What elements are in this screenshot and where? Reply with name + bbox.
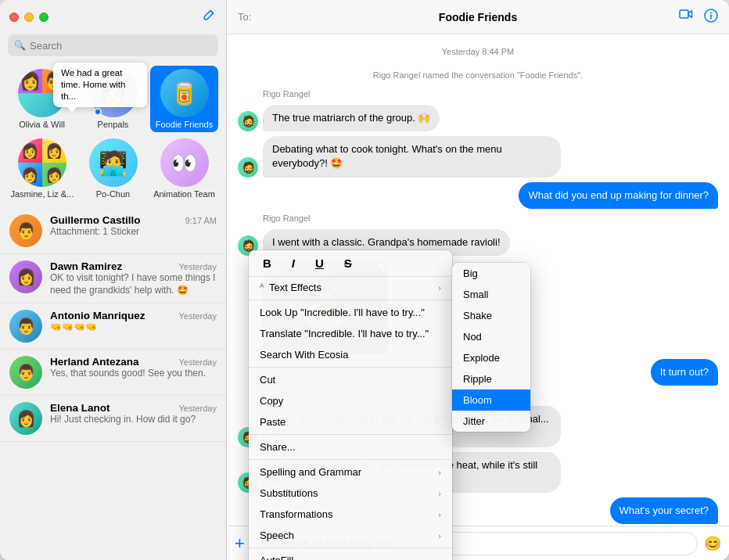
convo-antonio[interactable]: 👨 Antonio Manriquez Yesterday 🤜🤜🤜🤜	[0, 303, 226, 350]
jasmine-liz-avatar: 👩 👩 👩 👩	[18, 138, 66, 187]
msg-row-received-2: 🧔 Debating what to cook tonight. What's …	[238, 136, 718, 177]
ctx-cut[interactable]: Cut	[249, 369, 452, 390]
submenu-shake[interactable]: Shake	[452, 305, 530, 326]
svg-rect-0	[680, 10, 688, 18]
po-chun-label: Po-Chun	[96, 189, 130, 199]
convo-dawn-info: Dawn Ramirez Yesterday OK to visit tonig…	[50, 260, 217, 296]
chat-title: Foodie Friends	[439, 11, 517, 23]
ctx-paste[interactable]: Paste	[249, 411, 452, 433]
italic-format-button[interactable]: I	[287, 255, 300, 271]
msg-row-sent-1: What did you end up making for dinner?	[238, 182, 718, 209]
ctx-lookup[interactable]: Look Up "Incredible. I'll have to try...…	[249, 302, 452, 323]
ctx-translate-label: Translate "Incredible. I'll have to try.…	[260, 328, 429, 339]
animation-team-label: Animation Team	[153, 189, 215, 199]
group-foodie-friends[interactable]: 🥫 Foodie Friends	[150, 66, 218, 132]
context-menu-formatting: B I U S	[249, 250, 452, 277]
ctx-sep-1	[249, 300, 452, 300]
search-bar[interactable]: 🔍	[8, 34, 218, 56]
group-animation-team[interactable]: 👀 Animation Team	[150, 135, 218, 202]
sender-rigo-1: Rigo Rangel	[263, 89, 718, 99]
emoji-button[interactable]: 😊	[704, 535, 721, 552]
convo-elena-info: Elena Lanot Yesterday Hi! Just checking …	[50, 402, 217, 426]
msg-row-received-1: 🧔 The true matriarch of the group. 🙌	[238, 105, 718, 131]
convo-elena[interactable]: 👩 Elena Lanot Yesterday Hi! Just checkin…	[0, 396, 226, 442]
ctx-sep-3	[249, 434, 452, 435]
animation-team-avatar: 👀	[160, 138, 209, 187]
ctx-copy[interactable]: Copy	[249, 390, 452, 411]
compose-icon[interactable]	[203, 9, 215, 26]
group-jasmine-liz[interactable]: 👩 👩 👩 👩 Jasmine, Liz &...	[8, 135, 76, 202]
msg-bubble-received-2: Debating what to cook tonight. What's on…	[263, 136, 561, 177]
submenu-ripple[interactable]: Ripple	[452, 368, 530, 389]
text-effects-submenu: Big Small Shake Nod Explode Ripple Bloom…	[452, 263, 530, 432]
convo-herland-info: Herland Antezana Yesterday Yes, that sou…	[50, 356, 217, 380]
ctx-autofill-label: AutoFill	[260, 555, 293, 560]
ctx-transformations-label: Transformations	[260, 508, 332, 520]
convo-guillermo-info: Guillermo Castillo 9:17 AM Attachment: 1…	[50, 214, 217, 239]
group-po-chun[interactable]: 🧑‍💻 Po-Chun	[79, 135, 147, 202]
olivia-will-label: Olivia & Will	[19, 120, 65, 129]
sender-rigo-3: Rigo Rangel	[263, 214, 718, 223]
penpals-label: Penpals	[98, 120, 129, 129]
close-button[interactable]	[9, 13, 19, 22]
system-message-time: Yesterday 8:44 PM	[238, 47, 718, 56]
maximize-button[interactable]	[39, 13, 48, 22]
strikethrough-format-button[interactable]: S	[339, 255, 357, 271]
ctx-autofill-arrow: ›	[438, 556, 441, 561]
conversation-list[interactable]: 👨 Guillermo Castillo 9:17 AM Attachment:…	[0, 208, 226, 560]
ctx-translate[interactable]: Translate "Incredible. I'll have to try.…	[249, 323, 452, 344]
video-call-icon[interactable]	[679, 9, 693, 25]
chat-header: To: Foodie Friends	[227, 0, 729, 34]
ctx-text-effects-label: Text Effects	[269, 282, 321, 293]
submenu-jitter[interactable]: Jitter	[452, 411, 530, 432]
search-icon: 🔍	[14, 40, 26, 51]
ctx-text-effects-arrow: ›	[438, 283, 441, 293]
ctx-text-effects[interactable]: ᴬ Text Effects ›	[249, 277, 452, 298]
bold-format-button[interactable]: B	[258, 255, 276, 271]
ctx-substitutions-arrow: ›	[438, 489, 441, 498]
ctx-share[interactable]: Share...	[249, 436, 452, 458]
foodie-friends-avatar: 🥫	[160, 69, 209, 117]
rigo-avatar-sm: 🧔	[238, 111, 258, 131]
info-icon[interactable]	[704, 9, 718, 25]
ctx-speech-label: Speech	[260, 529, 294, 541]
convo-antonio-info: Antonio Manriquez Yesterday 🤜🤜🤜🤜	[50, 310, 217, 334]
text-effects-icon: ᴬ	[260, 282, 264, 293]
submenu-explode[interactable]: Explode	[452, 347, 530, 368]
convo-guillermo[interactable]: 👨 Guillermo Castillo 9:17 AM Attachment:…	[0, 208, 226, 254]
ctx-search-ecosia-label: Search With Ecosia	[260, 349, 348, 361]
search-input[interactable]	[30, 40, 212, 52]
msg-bubble-sent-3: What's your secret?	[610, 497, 718, 524]
submenu-bloom[interactable]: Bloom	[452, 389, 530, 411]
submenu-nod[interactable]: Nod	[452, 326, 530, 347]
ctx-speech-arrow: ›	[438, 531, 441, 540]
convo-dawn[interactable]: 👩 Dawn Ramirez Yesterday OK to visit ton…	[0, 254, 226, 303]
chat-to-label: To:	[238, 11, 251, 23]
app-window: 🔍 👩 👨 Olivia & Will 🧑	[0, 0, 729, 560]
ctx-spelling-label: Spelling and Grammar	[260, 466, 361, 478]
convo-herland[interactable]: 👨 Herland Antezana Yesterday Yes, that s…	[0, 350, 226, 396]
ctx-paste-label: Paste	[260, 416, 285, 428]
ctx-search-ecosia[interactable]: Search With Ecosia	[249, 344, 452, 365]
ctx-share-label: Share...	[260, 441, 296, 453]
ctx-speech[interactable]: Speech ›	[249, 525, 452, 546]
minimize-button[interactable]	[24, 13, 34, 22]
ctx-spelling-arrow: ›	[438, 468, 441, 477]
rigo-avatar-sm-2: 🧔	[238, 157, 258, 178]
msg-bubble-sent-2: It turn out?	[651, 359, 718, 386]
svg-point-2	[710, 13, 712, 14]
ctx-substitutions[interactable]: Substitutions ›	[249, 483, 452, 504]
ctx-transformations[interactable]: Transformations ›	[249, 504, 452, 525]
ctx-transformations-arrow: ›	[438, 510, 441, 519]
titlebar	[0, 0, 226, 34]
add-button[interactable]: +	[235, 533, 245, 554]
ctx-substitutions-label: Substitutions	[260, 487, 318, 499]
ctx-copy-label: Copy	[260, 395, 283, 407]
ctx-spelling[interactable]: Spelling and Grammar ›	[249, 461, 452, 483]
ctx-autofill[interactable]: AutoFill ›	[249, 550, 452, 560]
submenu-small[interactable]: Small	[452, 284, 530, 305]
submenu-big[interactable]: Big	[452, 263, 530, 284]
underline-format-button[interactable]: U	[311, 255, 329, 271]
tooltip-bubble: We had a great time. Home with th...	[53, 63, 147, 107]
header-icons	[679, 9, 718, 25]
